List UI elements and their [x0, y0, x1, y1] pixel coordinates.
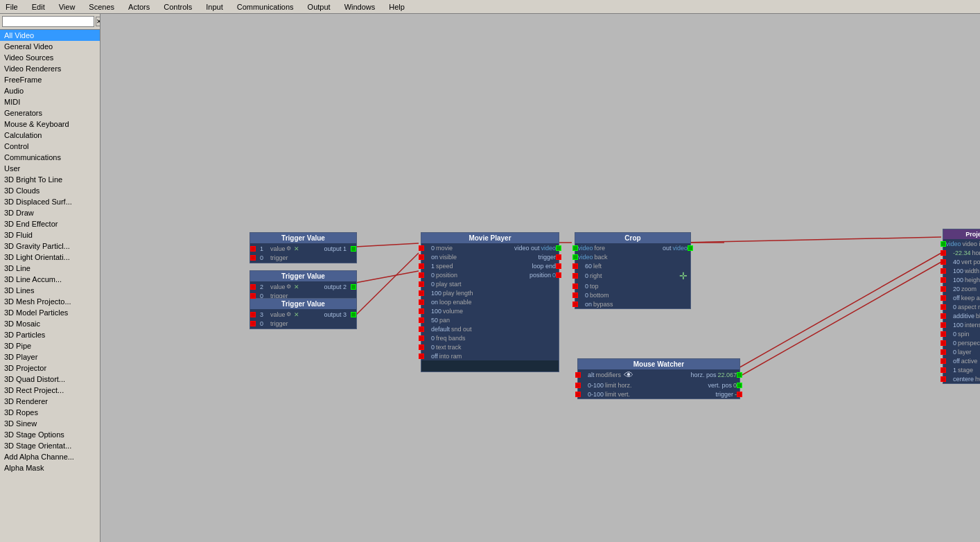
crop-title: Crop	[575, 233, 690, 243]
proj-row-vertpos: 40 vert pos	[943, 257, 980, 266]
sidebar-item-5[interactable]: Audio	[0, 85, 100, 96]
menu-controls[interactable]: Controls	[161, 3, 195, 11]
mp-playlength-port	[419, 290, 424, 296]
sidebar-item-16[interactable]: 3D Draw	[0, 207, 100, 218]
trigger-value-3-node[interactable]: Trigger Value 3 value ⚙ ✕ output 3 0 tri…	[250, 298, 357, 329]
mouse-watcher-node[interactable]: Mouse Watcher alt modifiers 👁 horz. pos …	[577, 358, 740, 399]
svg-line-5	[731, 253, 941, 372]
sidebar-item-8[interactable]: Mouse & Keyboard	[0, 119, 100, 130]
sidebar-item-11[interactable]: Communications	[0, 152, 100, 163]
sidebar-item-36[interactable]: 3D Stage Options	[0, 429, 100, 440]
trigger-value-1-node[interactable]: Trigger Value 1 value ⚙ ✕ output 1 0 tri…	[250, 232, 357, 263]
menu-input[interactable]: Input	[203, 3, 225, 11]
trigger1-trigger-port	[250, 255, 256, 261]
mp-speed-port	[419, 263, 424, 269]
movie-player-node[interactable]: Movie Player 0 movie video out video on …	[421, 232, 559, 372]
sidebar-item-0[interactable]: All Video	[0, 30, 100, 41]
sidebar-item-7[interactable]: Generators	[0, 107, 100, 119]
sidebar-item-39[interactable]: Alpha Mask	[0, 462, 100, 473]
sidebar-item-38[interactable]: Add Alpha Channe...	[0, 451, 100, 462]
sidebar-item-21[interactable]: 3D Line	[0, 263, 100, 274]
sidebar-item-3[interactable]: Video Renderers	[0, 63, 100, 74]
sidebar-item-10[interactable]: Control	[0, 141, 100, 152]
proj-video-port	[940, 241, 946, 247]
proj-row-zoom: 20 zoom	[943, 284, 980, 293]
menu-view[interactable]: View	[56, 3, 78, 11]
sidebar-item-18[interactable]: 3D Fluid	[0, 229, 100, 241]
sidebar-item-35[interactable]: 3D Sinew	[0, 418, 100, 429]
sidebar-item-32[interactable]: 3D Rect Project...	[0, 385, 100, 396]
mouse-eye-icon: 👁	[624, 369, 633, 381]
sidebar-item-28[interactable]: 3D Pipe	[0, 340, 100, 351]
mp-volume-port	[419, 308, 424, 314]
mp-preview-bar	[421, 360, 559, 371]
menu-scenes[interactable]: Scenes	[86, 3, 117, 11]
trigger3-trigger-port	[250, 321, 256, 326]
menu-communications[interactable]: Communications	[234, 3, 297, 11]
sidebar-item-25[interactable]: 3D Model Particles	[0, 307, 100, 318]
menu-actors[interactable]: Actors	[125, 3, 152, 11]
trigger3-row-trigger: 0 trigger	[253, 319, 353, 328]
mp-row-texttrack: 0 text track	[421, 342, 559, 351]
trigger-value-3-title: Trigger Value	[250, 299, 356, 309]
proj-active-port	[940, 358, 946, 364]
sidebar-item-22[interactable]: 3D Line Accum...	[0, 274, 100, 285]
trigger1-row-trigger: 0 trigger	[253, 253, 353, 262]
proj-row-aspectmod: 0 aspect mod	[943, 302, 980, 311]
sidebar-item-23[interactable]: 3D Lines	[0, 285, 100, 296]
mp-row-volume: 100 volume	[421, 306, 559, 315]
proj-layer-port	[940, 349, 946, 355]
trigger-value-2-node[interactable]: Trigger Value 2 value ⚙ ✕ output 2 0 tri…	[250, 270, 357, 301]
proj-blend-port	[940, 313, 946, 319]
sidebar-item-30[interactable]: 3D Projector	[0, 362, 100, 374]
search-clear-button[interactable]: ✕	[96, 17, 100, 26]
mp-row-speed: 1 speed loop end	[421, 261, 559, 270]
crop-row-back: video back	[575, 252, 690, 261]
sidebar-item-6[interactable]: MIDI	[0, 96, 100, 107]
gear-icon: ⚙	[286, 245, 292, 252]
search-input[interactable]	[2, 16, 94, 27]
proj-row-video: video video in	[943, 239, 980, 248]
node-canvas[interactable]: Trigger Value 1 value ⚙ ✕ output 1 0 tri…	[100, 14, 980, 542]
sidebar-item-27[interactable]: 3D Particles	[0, 329, 100, 340]
menu-edit[interactable]: Edit	[29, 3, 48, 11]
crop-node[interactable]: Crop video fore out video video back 60 …	[575, 232, 691, 309]
proj-zoom-port	[940, 286, 946, 292]
mw-alt-port	[575, 372, 581, 378]
sidebar-item-17[interactable]: 3D End Effector	[0, 218, 100, 229]
trigger2-row-value: 2 value ⚙ ✕ output 2	[253, 282, 353, 291]
sidebar-item-2[interactable]: Video Sources	[0, 52, 100, 63]
menu-output[interactable]: Output	[305, 3, 333, 11]
sidebar-item-29[interactable]: 3D Player	[0, 351, 100, 362]
sidebar-item-37[interactable]: 3D Stage Orientat...	[0, 440, 100, 451]
sidebar-item-19[interactable]: 3D Gravity Particl...	[0, 241, 100, 252]
sidebar-item-24[interactable]: 3D Mesh Projecto...	[0, 296, 100, 307]
movie-player-title: Movie Player	[421, 233, 559, 243]
sidebar-item-4[interactable]: FreeFrame	[0, 74, 100, 85]
projector-node[interactable]: Projector 4 1x1 MOVING video video in -2…	[943, 229, 980, 384]
menu-windows[interactable]: Windows	[342, 3, 378, 11]
sidebar-item-34[interactable]: 3D Ropes	[0, 407, 100, 418]
crop-row-right: 0 right ✛	[575, 270, 690, 281]
sidebar-item-15[interactable]: 3D Displaced Surf...	[0, 196, 100, 207]
trigger1-input-port	[250, 246, 256, 252]
trigger2-input-port	[250, 284, 256, 290]
sidebar-item-26[interactable]: 3D Mosaic	[0, 318, 100, 329]
proj-row-height: 100 height	[943, 275, 980, 284]
menu-help[interactable]: Help	[386, 3, 408, 11]
sidebar-item-1[interactable]: General Video	[0, 41, 100, 52]
sidebar-item-14[interactable]: 3D Clouds	[0, 185, 100, 196]
sidebar-item-33[interactable]: 3D Renderer	[0, 396, 100, 407]
proj-row-layer: 0 layer	[943, 347, 980, 356]
sidebar-item-31[interactable]: 3D Quad Distort...	[0, 374, 100, 385]
sidebar-item-20[interactable]: 3D Light Orientati...	[0, 252, 100, 263]
trigger-value-2-title: Trigger Value	[250, 271, 356, 281]
menu-file[interactable]: File	[3, 3, 21, 11]
sidebar-item-9[interactable]: Calculation	[0, 130, 100, 141]
mp-loopend-port	[556, 263, 561, 269]
sidebar-item-12[interactable]: User	[0, 163, 100, 174]
sidebar-list: All VideoGeneral VideoVideo SourcesVideo…	[0, 30, 100, 542]
sidebar-item-13[interactable]: 3D Bright To Line	[0, 174, 100, 185]
proj-keepaspect-port	[940, 295, 946, 301]
mouse-watcher-title: Mouse Watcher	[578, 359, 740, 369]
